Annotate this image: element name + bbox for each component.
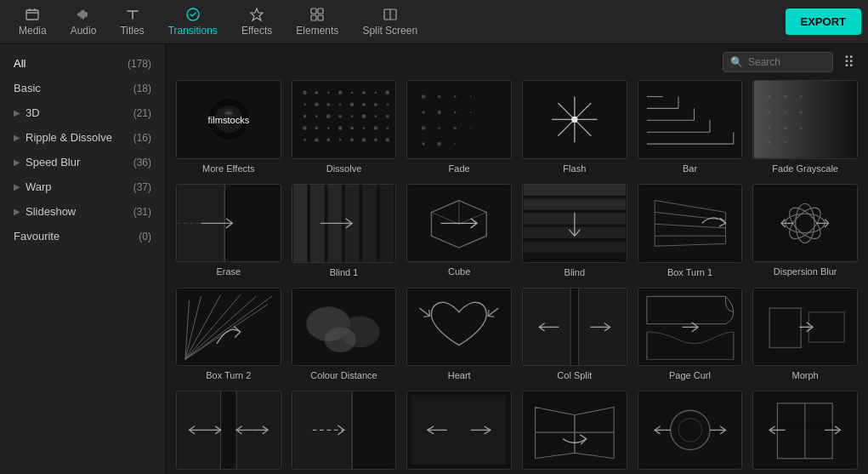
list-item[interactable]: Box Turn 2 [176, 288, 281, 381]
nav-titles[interactable]: Titles [108, 2, 156, 42]
svg-point-39 [327, 127, 330, 129]
svg-point-105 [785, 141, 787, 144]
thumbnail [752, 184, 858, 263]
list-item[interactable]: Flash [522, 80, 627, 174]
svg-point-30 [315, 115, 318, 117]
svg-point-59 [423, 111, 426, 114]
sidebar-item-3d[interactable]: ▶ 3D (21) [0, 100, 165, 125]
sidebar-item-speed-blur[interactable]: ▶ Speed Blur (36) [0, 150, 165, 174]
list-item[interactable]: Heart [406, 288, 512, 381]
sidebar-item-warp[interactable]: ▶ Warp (37) [0, 174, 165, 199]
svg-point-101 [769, 127, 771, 129]
list-item[interactable]: Blind 1 [292, 184, 397, 277]
svg-rect-3 [311, 9, 316, 14]
nav-transitions[interactable]: Transitions [156, 2, 230, 42]
list-item[interactable]: Colour Distance [292, 288, 397, 381]
list-item[interactable]: filmstocks More Effects [176, 80, 281, 174]
thumbnail [638, 391, 743, 470]
media-icon [25, 7, 40, 22]
list-item[interactable]: Erase [176, 184, 281, 277]
chevron-icon: ▶ [14, 157, 20, 167]
nav-elements[interactable]: Elements [284, 2, 350, 42]
svg-point-25 [349, 102, 354, 106]
svg-rect-192 [412, 396, 507, 465]
list-item[interactable]: Dissolve [292, 80, 397, 174]
list-item[interactable]: Dispersion Blur [752, 184, 858, 277]
thumbnail [522, 184, 627, 263]
svg-point-48 [338, 139, 341, 141]
item-label: Box Turn 2 [176, 370, 281, 380]
svg-point-42 [362, 127, 365, 129]
sidebar-item-favourite[interactable]: Favourite (0) [0, 224, 165, 248]
nav-media[interactable]: Media [7, 2, 59, 42]
list-item[interactable]: Morph [752, 288, 858, 381]
list-item[interactable]: Fade [406, 80, 512, 174]
list-item[interactable]: Box Flip 1 [522, 391, 627, 474]
sidebar-speedblur-label: Speed Blur [26, 156, 80, 168]
item-label: Col Split [522, 370, 627, 380]
nav-effects[interactable]: Effects [230, 2, 284, 42]
svg-point-68 [486, 128, 487, 128]
sidebar-slideshow-label: Slideshow [26, 205, 76, 218]
list-item[interactable]: Cube [406, 184, 512, 277]
svg-rect-130 [524, 241, 626, 252]
svg-point-1 [187, 9, 199, 20]
svg-point-60 [438, 111, 442, 115]
list-item[interactable]: Col Split [522, 288, 627, 381]
nav-split-screen[interactable]: Split Screen [350, 2, 429, 42]
svg-point-52 [385, 138, 389, 142]
sidebar-item-ripple-dissolve[interactable]: ▶ Ripple & Dissolve (16) [0, 125, 165, 150]
chevron-icon: ▶ [14, 133, 20, 142]
svg-rect-117 [379, 185, 394, 262]
thumbnail [176, 184, 281, 263]
thumbnail [752, 391, 858, 470]
svg-point-55 [438, 95, 441, 99]
item-label: Bar [638, 163, 743, 174]
svg-point-13 [303, 91, 307, 95]
export-button[interactable]: EXPORT [786, 9, 861, 35]
svg-point-19 [374, 92, 377, 94]
svg-rect-53 [408, 81, 510, 158]
svg-point-97 [800, 95, 803, 98]
list-item[interactable]: Erase Slide [292, 391, 397, 474]
sidebar-item-slideshow[interactable]: ▶ Slideshow (31) [0, 199, 165, 224]
sidebar-favourite-label: Favourite [14, 230, 60, 243]
list-item[interactable]: Fade Grayscale [752, 80, 858, 174]
search-input[interactable] [748, 56, 825, 68]
svg-point-67 [470, 128, 471, 128]
grid-view-button[interactable]: ⠿ [840, 51, 858, 73]
list-item[interactable]: Box Turn 1 [638, 184, 743, 277]
svg-point-72 [471, 144, 472, 145]
list-item[interactable]: Evaporate 1 [638, 391, 743, 474]
thumbnail [752, 288, 858, 367]
svg-point-58 [486, 96, 487, 97]
nav-audio-label: Audio [71, 25, 97, 37]
search-box[interactable]: 🔍 [723, 52, 833, 72]
list-item[interactable]: Evaporate 2 [406, 391, 512, 474]
svg-point-26 [362, 103, 366, 106]
thumbnail [522, 391, 627, 470]
item-label: Dissolve [292, 163, 397, 174]
svg-rect-116 [362, 185, 377, 262]
thumbnail [752, 80, 858, 159]
list-item[interactable]: Bar [638, 80, 743, 174]
svg-point-54 [422, 94, 426, 99]
list-item[interactable]: Page Curl [638, 288, 743, 381]
sidebar: All (178) Basic (18) ▶ 3D (21) ▶ Ripple … [0, 44, 166, 474]
item-label: Fade Grayscale [752, 163, 858, 174]
svg-point-50 [361, 138, 366, 142]
nav-transitions-label: Transitions [168, 25, 218, 37]
thumbnail: filmstocks [176, 80, 281, 159]
list-item[interactable]: Blind [522, 184, 627, 277]
item-label: Colour Distance [292, 370, 397, 380]
sidebar-item-basic[interactable]: Basic (18) [0, 76, 165, 100]
svg-point-56 [454, 95, 457, 98]
svg-point-44 [386, 127, 389, 129]
nav-audio[interactable]: Audio [59, 2, 109, 42]
list-item[interactable]: Col Merge [176, 391, 281, 474]
list-item[interactable]: Doorway [752, 391, 858, 474]
sidebar-item-all[interactable]: All (178) [0, 51, 165, 76]
effects-icon [249, 7, 264, 22]
item-label: Erase [176, 266, 281, 277]
chevron-icon: ▶ [14, 108, 20, 117]
